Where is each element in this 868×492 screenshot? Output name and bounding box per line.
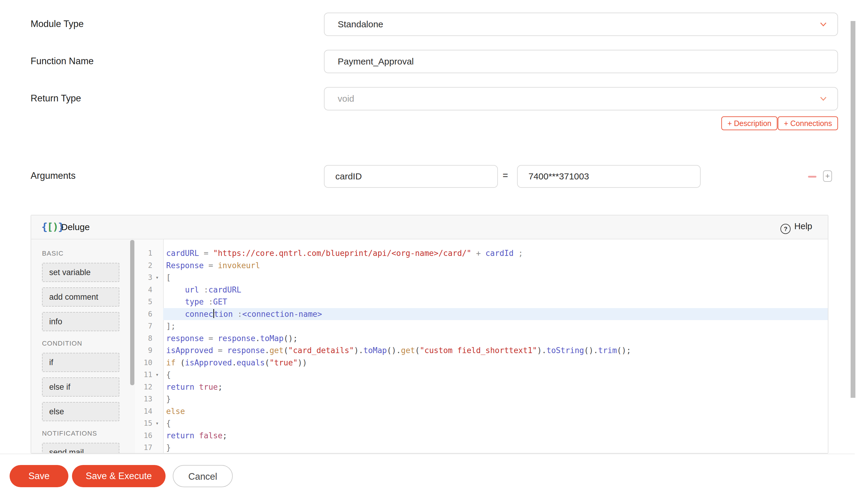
fold-arrow-icon[interactable]: ▾ bbox=[152, 271, 162, 284]
chevron-down-icon bbox=[820, 96, 826, 101]
add-connections-button[interactable]: + Connections bbox=[778, 116, 838, 130]
arguments-label: Arguments bbox=[31, 170, 76, 181]
sidebar-section-title: BASIC bbox=[42, 250, 135, 257]
code-line[interactable]: 6 connection :<connection-name> bbox=[135, 308, 828, 320]
fold-arrow-icon[interactable]: ▾ bbox=[152, 369, 162, 381]
code-line[interactable]: 14else bbox=[135, 405, 828, 418]
line-number: 7 bbox=[135, 320, 163, 333]
function-editor-page: Module Type Function Name Return Type Ar… bbox=[0, 0, 868, 492]
code-text: isApproved = response.get("card_details"… bbox=[163, 344, 828, 357]
help-label: Help bbox=[794, 221, 812, 231]
footer-divider bbox=[0, 453, 855, 454]
code-text: url :cardURL bbox=[163, 284, 828, 296]
line-number: 1 bbox=[135, 247, 163, 260]
sidebar-item-else[interactable]: else bbox=[42, 402, 119, 421]
code-text: cardURL = "https://core.qntrl.com/bluepr… bbox=[163, 247, 828, 260]
line-number: 16 bbox=[135, 429, 163, 442]
module-type-value: Standalone bbox=[338, 13, 383, 35]
code-line[interactable]: 1cardURL = "https://core.qntrl.com/bluep… bbox=[135, 247, 828, 260]
line-number: 3▾ bbox=[135, 271, 163, 284]
cancel-button[interactable]: Cancel bbox=[173, 465, 233, 487]
remove-argument-icon[interactable] bbox=[808, 176, 816, 178]
line-number: 11▾ bbox=[135, 369, 163, 381]
module-type-label: Module Type bbox=[31, 19, 84, 29]
code-text: } bbox=[163, 393, 828, 405]
code-line[interactable]: 17} bbox=[135, 442, 828, 453]
sidebar-scrollbar-thumb[interactable] bbox=[130, 240, 134, 385]
argument-value-text: 7400***371003 bbox=[529, 166, 589, 187]
editor-header: {[)} Deluge ?Help bbox=[31, 215, 828, 239]
line-number: 12 bbox=[135, 381, 163, 393]
code-text: Response = invokeurl bbox=[163, 260, 828, 272]
code-line[interactable]: 11▾{ bbox=[135, 369, 828, 381]
code-line[interactable]: 9isApproved = response.get("card_details… bbox=[135, 344, 828, 357]
save-button[interactable]: Save bbox=[9, 465, 68, 487]
code-line[interactable]: 16return false; bbox=[135, 429, 828, 442]
sidebar-item-add-comment[interactable]: add comment bbox=[42, 288, 119, 306]
sidebar-item-info[interactable]: info bbox=[42, 312, 119, 331]
line-number: 5 bbox=[135, 296, 163, 308]
line-number: 9 bbox=[135, 344, 163, 357]
code-text: } bbox=[163, 442, 828, 453]
code-line[interactable]: 13} bbox=[135, 393, 828, 405]
code-line[interactable]: 4 url :cardURL bbox=[135, 284, 828, 296]
line-number: 6 bbox=[135, 308, 163, 320]
code-text: response = response.toMap(); bbox=[163, 333, 828, 345]
code-text: return true; bbox=[163, 381, 828, 393]
code-text: else bbox=[163, 405, 828, 418]
editor-body: BASICset variableadd commentinfoCONDITIO… bbox=[31, 239, 828, 453]
sidebar-item-else-if[interactable]: else if bbox=[42, 377, 119, 397]
line-number: 2 bbox=[135, 260, 163, 272]
function-name-value: Payment_Approval bbox=[338, 50, 414, 73]
editor-title: Deluge bbox=[61, 222, 90, 232]
sidebar-item-if[interactable]: if bbox=[42, 353, 119, 372]
active-code-text: connection :<connection-name> bbox=[163, 308, 828, 320]
code-text: if (isApproved.equals("true")) bbox=[163, 357, 828, 369]
code-text: { bbox=[163, 417, 828, 429]
argument-value-input[interactable]: 7400***371003 bbox=[517, 165, 700, 188]
code-line[interactable]: 2Response = invokeurl bbox=[135, 260, 828, 272]
code-line[interactable]: 5 type :GET bbox=[135, 296, 828, 308]
line-number: 8 bbox=[135, 333, 163, 345]
argument-name-value: cardID bbox=[335, 166, 362, 187]
line-number: 15▾ bbox=[135, 417, 163, 429]
argument-name-input[interactable]: cardID bbox=[324, 165, 498, 188]
return-type-label: Return Type bbox=[31, 93, 81, 104]
help-button[interactable]: ?Help bbox=[781, 221, 812, 234]
function-name-label: Function Name bbox=[31, 56, 94, 67]
code-text: ]; bbox=[163, 320, 828, 333]
code-line[interactable]: 3▾[ bbox=[135, 271, 828, 284]
line-number: 13 bbox=[135, 393, 163, 405]
code-line[interactable]: 8response = response.toMap(); bbox=[135, 333, 828, 345]
module-type-select[interactable]: Standalone bbox=[324, 13, 838, 36]
sidebar-section-title: CONDITION bbox=[42, 340, 135, 347]
code-line[interactable]: 12return true; bbox=[135, 381, 828, 393]
code-line[interactable]: 15▾{ bbox=[135, 417, 828, 429]
add-argument-icon[interactable]: + bbox=[823, 170, 832, 182]
code-line[interactable]: 7]; bbox=[135, 320, 828, 333]
function-name-input[interactable]: Payment_Approval bbox=[324, 50, 838, 73]
code-scroller[interactable]: 1cardURL = "https://core.qntrl.com/bluep… bbox=[135, 239, 828, 453]
equals-sign: = bbox=[503, 170, 508, 180]
code-text: return false; bbox=[163, 429, 828, 442]
sidebar-item-send-mail[interactable]: send mail bbox=[42, 443, 119, 453]
deluge-logo-icon: {[)} bbox=[42, 221, 63, 233]
code-text: { bbox=[163, 369, 828, 381]
return-type-value: void bbox=[338, 88, 354, 110]
help-icon: ? bbox=[781, 224, 791, 234]
line-number: 14 bbox=[135, 405, 163, 418]
deluge-editor-panel: {[)} Deluge ?Help BASICset variableadd c… bbox=[31, 215, 828, 453]
code-line[interactable]: 10if (isApproved.equals("true")) bbox=[135, 357, 828, 369]
save-execute-button[interactable]: Save & Execute bbox=[72, 465, 165, 487]
line-number: 4 bbox=[135, 284, 163, 296]
line-number: 17 bbox=[135, 442, 163, 453]
return-type-select[interactable]: void bbox=[324, 87, 838, 110]
add-description-button[interactable]: + Description bbox=[721, 116, 777, 130]
sidebar-section-title: NOTIFICATIONS bbox=[42, 429, 135, 437]
fold-arrow-icon[interactable]: ▾ bbox=[152, 417, 162, 429]
code-text: type :GET bbox=[163, 296, 828, 308]
page-scrollbar-thumb[interactable] bbox=[850, 21, 856, 398]
line-number: 10 bbox=[135, 357, 163, 369]
code-text: [ bbox=[163, 271, 828, 284]
sidebar-item-set-variable[interactable]: set variable bbox=[42, 263, 119, 282]
